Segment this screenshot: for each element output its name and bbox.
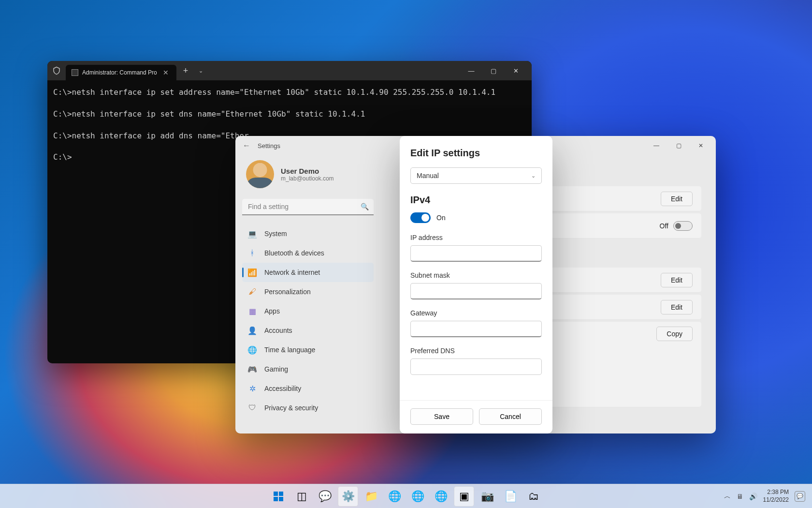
sidebar-item-accessibility[interactable]: ✲Accessibility [242,379,374,398]
sidebar-item-bluetooth[interactable]: ᚼBluetooth & devices [242,243,374,263]
ipv4-toggle[interactable] [410,212,431,223]
ip-mode-value: Manual [417,172,439,179]
gateway-label: Gateway [410,309,542,317]
ipv4-heading: IPv4 [410,194,542,206]
maximize-button[interactable]: ▢ [482,61,505,80]
terminal-tab[interactable]: Administrator: Command Pro ✕ [66,65,176,80]
metered-toggle[interactable] [673,221,693,231]
copy-button[interactable]: Copy [656,327,693,341]
search-icon: 🔍 [361,203,369,210]
edit-button[interactable]: Edit [661,192,693,206]
settings-window-title: Settings [258,142,280,149]
subnet-mask-input[interactable] [410,283,542,299]
file-explorer-icon[interactable]: 📁 [361,486,381,507]
minimize-button[interactable]: — [460,61,482,80]
taskbar[interactable]: ◫ 💬 ⚙️ 📁 🌐 🌐 🌐 ▣ 📷 📄 🗂 ︿ 🖥 🔊 2:38 PM 11/… [0,484,812,508]
system-tray[interactable]: ︿ 🖥 🔊 2:38 PM 11/2/2022 💬 [724,489,812,504]
toggle-label-off: Off [660,222,668,230]
windows-icon [273,491,284,502]
gamepad-icon: 🎮 [248,365,257,374]
edit-button[interactable]: Edit [661,300,693,314]
desktop: Administrator: Command Pro ✕ + ⌄ — ▢ ✕ C… [0,0,812,508]
clock-date: 11/2/2022 [763,496,789,504]
network-tray-icon[interactable]: 🖥 [737,493,743,500]
apps-icon: ▦ [248,307,257,315]
teams-icon[interactable]: 💬 [315,486,335,507]
dialog-title: Edit IP settings [410,148,542,159]
brush-icon: 🖌 [248,287,257,296]
terminal-titlebar[interactable]: Administrator: Command Pro ✕ + ⌄ — ▢ ✕ [47,61,532,80]
ip-address-input[interactable] [410,245,542,262]
new-tab-button[interactable]: + [176,66,195,76]
svg-rect-1 [279,492,283,496]
sidebar-item-accounts[interactable]: 👤Accounts [242,321,374,340]
ip-mode-select[interactable]: Manual ⌄ [410,167,542,184]
notification-center-icon[interactable]: 💬 [795,491,805,502]
laptop-icon: 💻 [248,229,257,238]
avatar [246,160,274,188]
camera-icon[interactable]: 📷 [477,486,497,507]
edit-ip-dialog: Edit IP settings Manual ⌄ IPv4 On IP add… [400,136,552,433]
minimize-button[interactable]: — [645,136,667,155]
sidebar-item-system[interactable]: 💻System [242,224,374,243]
save-button[interactable]: Save [410,408,473,425]
shield-icon: 🛡 [248,403,257,412]
svg-rect-0 [274,492,278,496]
volume-icon[interactable]: 🔊 [749,493,757,500]
sidebar-item-privacy[interactable]: 🛡Privacy & security [242,398,374,418]
terminal-taskbar-icon[interactable]: ▣ [454,486,474,507]
close-button[interactable]: ✕ [505,61,527,80]
cmd-icon [72,69,78,76]
wifi-icon: 📶 [248,268,257,277]
task-view-button[interactable]: ◫ [291,486,312,507]
chevron-up-icon[interactable]: ︿ [724,492,731,501]
start-button[interactable] [268,486,289,507]
sidebar-item-gaming[interactable]: 🎮Gaming [242,359,374,379]
close-button[interactable]: ✕ [690,136,712,155]
notepad-icon[interactable]: 📄 [500,486,521,507]
edge-icon[interactable]: 🌐 [384,486,405,507]
svg-rect-3 [279,497,283,501]
settings-sidebar: User Demo m_lab@outlook.com 🔍 💻System ᚼB… [235,155,380,433]
maximize-button[interactable]: ▢ [667,136,690,155]
clock-time: 2:38 PM [763,489,789,496]
subnet-mask-label: Subnet mask [410,271,542,279]
edge-canary-icon[interactable]: 🌐 [431,486,451,507]
accessibility-icon: ✲ [248,384,257,393]
ip-address-label: IP address [410,234,542,241]
edge-beta-icon[interactable]: 🌐 [407,486,428,507]
svg-rect-2 [274,497,278,501]
search-input[interactable] [242,199,374,215]
gateway-input[interactable] [410,321,542,337]
edit-button[interactable]: Edit [661,273,693,287]
app-icon[interactable]: 🗂 [523,486,544,507]
terminal-tab-title: Administrator: Command Pro [82,69,157,76]
sidebar-item-network[interactable]: 📶Network & internet [242,263,374,282]
preferred-dns-input[interactable] [410,359,542,375]
person-icon: 👤 [248,326,257,335]
sidebar-item-personalization[interactable]: 🖌Personalization [242,282,374,301]
tab-dropdown-icon[interactable]: ⌄ [195,68,207,74]
user-name: User Demo [281,167,334,175]
close-tab-icon[interactable]: ✕ [161,69,171,76]
cancel-button[interactable]: Cancel [479,408,542,425]
chevron-down-icon: ⌄ [531,173,536,179]
back-button[interactable]: ← [239,141,254,150]
settings-taskbar-icon[interactable]: ⚙️ [338,486,358,507]
ipv4-toggle-label: On [436,214,446,222]
globe-icon: 🌐 [248,345,257,354]
sidebar-item-apps[interactable]: ▦Apps [242,301,374,321]
user-block[interactable]: User Demo m_lab@outlook.com [242,155,374,199]
user-email: m_lab@outlook.com [281,175,334,182]
clock[interactable]: 2:38 PM 11/2/2022 [763,489,789,504]
shield-icon [52,66,61,75]
sidebar-item-time[interactable]: 🌐Time & language [242,340,374,359]
preferred-dns-label: Preferred DNS [410,347,542,355]
bluetooth-icon: ᚼ [248,249,257,257]
